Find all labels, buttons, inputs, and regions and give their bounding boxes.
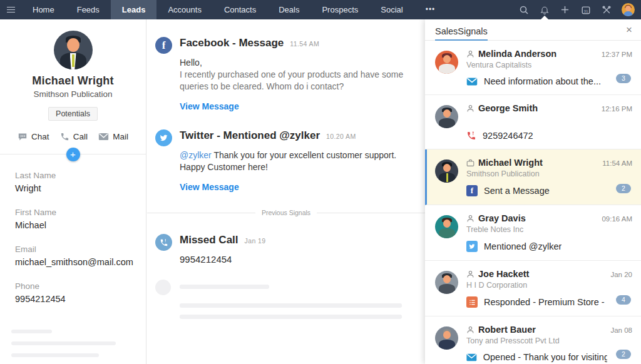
view-message-link[interactable]: View Message [180, 182, 239, 192]
nav-item-feeds[interactable]: Feeds [66, 0, 111, 19]
previous-signals-divider: Previous Signals [147, 209, 425, 216]
nav-item-home[interactable]: Home [21, 0, 66, 19]
signal-message: Mentioned @zylker [484, 241, 562, 251]
mail-label: Mail [113, 132, 128, 141]
field-phone: Phone 9954212454 [15, 281, 131, 304]
signal-time: 12:37 PM [602, 51, 632, 58]
signal-row-melinda-anderson[interactable]: Melinda Anderson 12:37 PM Ventura Capita… [425, 41, 641, 95]
plus-icon[interactable] [555, 0, 575, 19]
sales-signals-header: SalesSignals × [425, 19, 641, 41]
person-icon [466, 270, 474, 278]
signal-time: Jan 20 [610, 271, 632, 278]
nav-item-accounts[interactable]: Accounts [156, 0, 212, 19]
timeline-entry-twitter: Twitter - Mentioned @zylker 10.20 AM @zy… [147, 112, 425, 193]
message-body: Thank you for your excellent customer su… [180, 150, 396, 172]
nav-item-leads[interactable]: Leads [111, 0, 157, 19]
contact-avatar [435, 51, 458, 74]
email-icon [466, 353, 477, 361]
mail-button[interactable]: Mail [98, 132, 128, 141]
signal-message: Responded - Premium Store - Fee... [484, 297, 607, 307]
signal-row-joe-hackett[interactable]: Joe Hackett Jan 20 H I D Corporation Res… [425, 261, 641, 316]
field-label: First Name [15, 208, 131, 217]
tools-icon[interactable] [596, 0, 617, 19]
signal-row-michael-wright[interactable]: Michael Wright 11:54 AM Smithson Publica… [425, 149, 641, 205]
facebook-icon: f [466, 185, 478, 196]
lead-detail-panel: Michael Wright Smithson Publication Pote… [0, 19, 146, 364]
signal-count-badge: 2 [616, 184, 631, 193]
chat-button[interactable]: Chat [18, 132, 49, 141]
person-icon [466, 326, 474, 334]
field-label: Phone [15, 281, 131, 291]
signal-time: 12:16 PM [602, 105, 632, 113]
timeline-entry-facebook: f Facebook - Message 11.54 AM Hello, I r… [147, 19, 425, 112]
entry-time: Jan 19 [245, 237, 266, 245]
mention-handle[interactable]: @zylker [180, 150, 212, 160]
nav-more-menu[interactable]: ••• [414, 0, 447, 19]
signal-message: Need information about the... [484, 76, 601, 86]
message-greeting: Hello, [180, 57, 413, 69]
person-icon [466, 104, 474, 113]
svg-text:31: 31 [583, 8, 588, 13]
call-button[interactable]: Call [60, 132, 88, 141]
chat-bubble-icon [18, 133, 28, 141]
person-icon [466, 50, 474, 58]
twitter-icon [155, 129, 172, 146]
hamburger-menu-icon[interactable] [0, 0, 21, 19]
field-value: Wright [15, 183, 131, 193]
facebook-icon: f [155, 37, 172, 54]
missed-call-icon [155, 234, 172, 251]
add-button[interactable]: + [66, 148, 80, 161]
top-navigation-bar: Home Feeds Leads Accounts Contacts Deals… [0, 0, 641, 19]
user-avatar[interactable] [622, 3, 635, 16]
view-message-link[interactable]: View Message [180, 101, 239, 111]
missed-call-icon [466, 131, 476, 141]
signal-count-badge: 3 [616, 74, 631, 83]
contact-name: Robert Bauer [478, 325, 536, 335]
contact-name: Joe Hackett [478, 269, 529, 279]
lead-avatar [54, 31, 93, 69]
field-label: Email [15, 245, 131, 254]
signal-count-badge: 4 [616, 295, 631, 305]
entry-time: 10.20 AM [326, 133, 356, 140]
contact-company: Tony and Presscott Pvt Ltd [466, 336, 632, 346]
potentials-badge[interactable]: Potentials [48, 107, 98, 121]
close-icon[interactable]: × [626, 24, 632, 36]
call-label: Call [73, 132, 88, 141]
loading-skeleton [147, 265, 425, 319]
nav-item-social[interactable]: Social [369, 0, 414, 19]
briefcase-icon [466, 159, 474, 167]
field-email: Email michael_smithson@mail.com [15, 245, 131, 267]
survey-icon [466, 296, 478, 308]
contact-avatar [435, 105, 458, 128]
field-value: Michael [15, 220, 131, 230]
contact-avatar [435, 159, 458, 183]
timeline-entry-missed-call: Missed Call Jan 19 9954212454 [147, 216, 425, 265]
contact-name: George Smith [478, 103, 538, 113]
signal-row-robert-bauer[interactable]: Robert Bauer Jan 08 Tony and Presscott P… [425, 316, 641, 364]
contact-company: Ventura Capitalists [466, 61, 632, 70]
signal-row-george-smith[interactable]: George Smith 12:16 PM 9259246472 [425, 95, 641, 149]
panel-title: SalesSignals [435, 26, 488, 36]
signal-time: 09:16 AM [602, 215, 632, 223]
entry-time: 11.54 AM [290, 40, 319, 48]
bell-icon[interactable] [534, 0, 555, 19]
search-icon[interactable] [513, 0, 534, 19]
nav-item-contacts[interactable]: Contacts [213, 0, 267, 19]
lead-company: Smithson Publication [0, 89, 146, 99]
signal-message: Sent a Message [484, 186, 550, 196]
envelope-icon [98, 133, 109, 141]
email-icon [466, 78, 478, 86]
calendar-icon[interactable]: 31 [575, 0, 596, 19]
bell-active-pointer [541, 16, 548, 19]
sales-signals-panel: SalesSignals × Melinda Anderson 12:37 PM… [425, 19, 641, 364]
nav-item-prospects[interactable]: Prospects [310, 0, 369, 19]
signal-time: 11:54 AM [602, 159, 632, 167]
signal-count-badge: 2 [616, 350, 631, 359]
signal-time: Jan 08 [610, 326, 632, 334]
nav-item-deals[interactable]: Deals [267, 0, 310, 19]
chat-label: Chat [31, 132, 49, 141]
signal-row-gray-davis[interactable]: Gray Davis 09:16 AM Treble Notes Inc Men… [425, 205, 641, 261]
entry-title: Facebook - Message [180, 37, 284, 49]
lead-name: Michael Wright [0, 74, 146, 88]
loading-skeleton [0, 318, 146, 357]
